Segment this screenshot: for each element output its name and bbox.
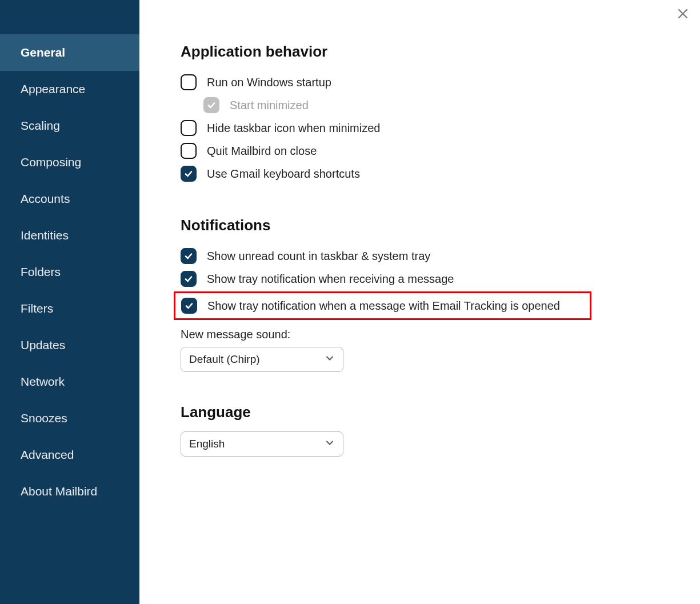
sidebar-item-filters[interactable]: Filters	[0, 290, 139, 327]
sidebar-item-label: Filters	[21, 302, 53, 315]
section-title: Notifications	[181, 217, 677, 234]
settings-sidebar: General Appearance Scaling Composing Acc…	[0, 0, 139, 604]
sidebar-item-accounts[interactable]: Accounts	[0, 181, 139, 217]
sidebar-item-folders[interactable]: Folders	[0, 254, 139, 290]
checkbox-label: Show tray notification when a message wi…	[207, 299, 560, 313]
checkbox-label: Run on Windows startup	[207, 76, 331, 89]
new-message-sound-select[interactable]: Default (Chirp)	[181, 347, 343, 372]
checkbox-unread-count[interactable]	[181, 248, 197, 264]
select-value: Default (Chirp)	[189, 353, 260, 366]
checkbox-run-on-startup[interactable]	[181, 74, 197, 90]
section-language: Language English	[181, 403, 677, 457]
section-title: Application behavior	[181, 43, 677, 61]
row-hide-taskbar: Hide taskbar icon when minimized	[181, 117, 677, 139]
row-quit-on-close: Quit Mailbird on close	[181, 139, 677, 162]
checkbox-label: Use Gmail keyboard shortcuts	[207, 167, 360, 181]
sidebar-item-label: Identities	[21, 229, 69, 242]
sidebar-item-label: Composing	[21, 155, 81, 169]
sidebar-item-composing[interactable]: Composing	[0, 144, 139, 181]
checkbox-label: Hide taskbar icon when minimized	[207, 122, 380, 135]
close-button[interactable]	[677, 8, 689, 19]
section-title: Language	[181, 403, 677, 421]
section-notifications: Notifications Show unread count in taskb…	[181, 217, 677, 372]
checkbox-gmail-shortcuts[interactable]	[181, 166, 197, 182]
sidebar-item-scaling[interactable]: Scaling	[0, 107, 139, 144]
checkbox-label: Start minimized	[230, 99, 309, 112]
checkbox-tray-tracking[interactable]	[181, 298, 197, 314]
sidebar-item-identities[interactable]: Identities	[0, 217, 139, 254]
row-tray-receive: Show tray notification when receiving a …	[181, 267, 677, 290]
sidebar-item-appearance[interactable]: Appearance	[0, 71, 139, 107]
row-tray-tracking-highlighted: Show tray notification when a message wi…	[174, 291, 591, 320]
close-icon	[677, 8, 689, 19]
sidebar-item-label: Updates	[21, 338, 65, 351]
sidebar-item-label: Snoozes	[21, 411, 67, 425]
sidebar-item-label: Advanced	[21, 448, 74, 461]
row-start-minimized: Start minimized	[181, 94, 677, 117]
checkbox-label: Show unread count in taskbar & system tr…	[207, 250, 430, 263]
settings-content: Application behavior Run on Windows star…	[139, 0, 700, 604]
checkbox-start-minimized	[203, 97, 219, 113]
select-value: English	[189, 438, 225, 450]
sidebar-item-snoozes[interactable]: Snoozes	[0, 400, 139, 437]
sidebar-item-label: Accounts	[21, 192, 70, 205]
new-message-sound-label: New message sound:	[181, 328, 677, 341]
chevron-down-icon	[325, 438, 335, 451]
sidebar-item-label: Appearance	[21, 82, 85, 95]
sidebar-item-advanced[interactable]: Advanced	[0, 437, 139, 473]
sidebar-item-label: Folders	[21, 265, 61, 278]
sidebar-item-updates[interactable]: Updates	[0, 327, 139, 363]
section-application-behavior: Application behavior Run on Windows star…	[181, 43, 677, 185]
sidebar-item-network[interactable]: Network	[0, 363, 139, 400]
sidebar-item-label: About Mailbird	[21, 485, 97, 498]
sidebar-item-label: Network	[21, 375, 65, 388]
sidebar-item-general[interactable]: General	[0, 34, 139, 71]
checkbox-label: Quit Mailbird on close	[207, 145, 317, 158]
checkbox-label: Show tray notification when receiving a …	[207, 273, 454, 286]
checkbox-tray-receive[interactable]	[181, 271, 197, 287]
sidebar-item-label: General	[21, 46, 65, 59]
language-select[interactable]: English	[181, 431, 343, 457]
checkbox-quit-on-close[interactable]	[181, 143, 197, 159]
sidebar-item-label: Scaling	[21, 119, 60, 132]
row-unread-count: Show unread count in taskbar & system tr…	[181, 245, 677, 267]
chevron-down-icon	[325, 353, 335, 366]
checkbox-hide-taskbar[interactable]	[181, 120, 197, 136]
row-gmail-shortcuts: Use Gmail keyboard shortcuts	[181, 162, 677, 185]
sidebar-item-about[interactable]: About Mailbird	[0, 473, 139, 510]
row-run-on-startup: Run on Windows startup	[181, 71, 677, 94]
